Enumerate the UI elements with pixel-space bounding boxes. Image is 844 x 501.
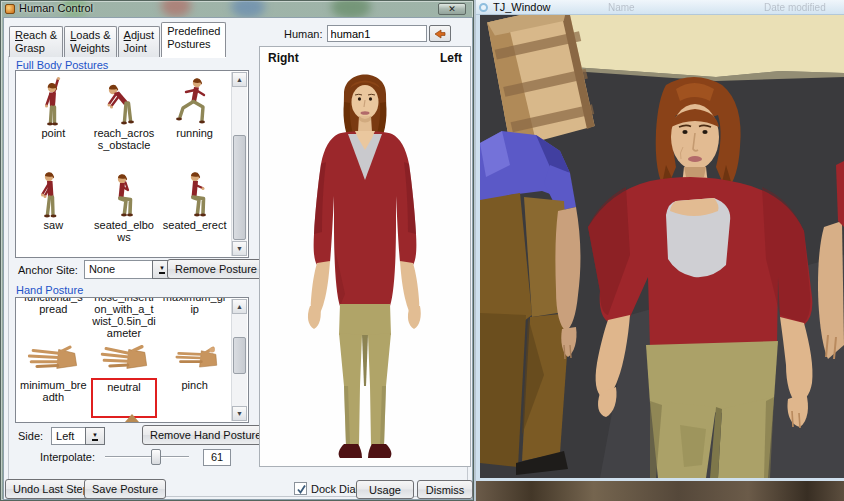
- titlebar-glass-reflection: [231, 1, 265, 17]
- hand-list-scrollbar: ▲ ▼: [231, 299, 247, 421]
- tj-window-icon: [479, 3, 488, 12]
- side-row: Side: Left ▼: [18, 427, 105, 445]
- tab-loads-and-weights[interactable]: Loads & Weights: [64, 26, 116, 57]
- side-dropdown-button[interactable]: ▼: [85, 427, 105, 445]
- tj-3d-viewport[interactable]: [476, 15, 844, 481]
- scroll-down-button[interactable]: ▼: [232, 406, 247, 421]
- hand-posture-clipped-row: functional_spread hose_insertion_with_a_…: [18, 298, 230, 338]
- posture-thumbnail-seated-erect: [167, 167, 223, 219]
- posture-preview-panel[interactable]: Right Left: [259, 46, 471, 467]
- anchor-site-dropdown[interactable]: None ▼: [84, 260, 172, 279]
- scroll-down-button[interactable]: ▼: [232, 241, 247, 256]
- hand-posture-thumbnails: [18, 338, 230, 378]
- posture-item-saw[interactable]: saw: [18, 165, 89, 257]
- window-title: Human Control: [19, 2, 93, 14]
- human-control-body: Reach & Grasp Loads & Weights Adjust Joi…: [3, 17, 473, 500]
- slider-groove: [105, 456, 189, 458]
- hand-thumbnail-minimum-breadth[interactable]: [18, 338, 89, 378]
- posture-item-seated-elbows[interactable]: seated_elbows: [89, 165, 160, 257]
- close-button[interactable]: ✕: [438, 3, 466, 15]
- tab-predefined-postures[interactable]: Predefined Postures: [161, 22, 226, 57]
- tj-window: TJ_Window Name Date modified: [476, 0, 844, 501]
- titlebar-glass-reflection: [161, 1, 191, 17]
- human-name-input[interactable]: [327, 25, 427, 42]
- usage-button[interactable]: Usage: [356, 480, 414, 499]
- dock-dialog-checkbox[interactable]: [294, 482, 307, 495]
- remove-hand-posture-button[interactable]: Remove Hand Posture: [142, 425, 269, 445]
- pick-human-arrow-icon: [434, 29, 446, 39]
- interpolate-row: Interpolate: 61: [40, 448, 231, 466]
- tj-scene: [480, 15, 844, 478]
- posture-item-seated-erect[interactable]: seated_erect: [159, 165, 230, 257]
- preview-human-figure: [260, 53, 470, 465]
- dropdown-arrow-icon: ▼: [92, 432, 98, 441]
- tab-reach-and-grasp[interactable]: Reach & Grasp: [9, 26, 63, 57]
- checkmark-icon: [296, 484, 307, 495]
- posture-item-reach-across-obstacle[interactable]: reach_across_obstacle: [89, 73, 160, 165]
- dropdown-arrow-icon: ▼: [159, 265, 165, 274]
- human-control-window-icon: [5, 4, 15, 14]
- scroll-up-button[interactable]: ▲: [232, 72, 247, 87]
- tj-window-titlebar[interactable]: TJ_Window Name Date modified: [476, 0, 844, 15]
- remove-posture-button[interactable]: Remove Posture: [167, 259, 265, 279]
- hand-thumbnail-neutral[interactable]: [89, 338, 160, 378]
- slider-thumb[interactable]: [151, 449, 161, 465]
- human-control-window: Human Control ✕ Reach & Grasp Loads & We…: [0, 0, 474, 501]
- posture-thumbnail-point: [25, 75, 81, 127]
- posture-thumbnail-running: [167, 75, 223, 127]
- interpolate-value[interactable]: 61: [203, 449, 231, 466]
- human-field-row: Human:: [284, 25, 451, 42]
- scrollbar-thumb[interactable]: [233, 337, 246, 374]
- side-dropdown[interactable]: Left ▼: [51, 427, 105, 445]
- hand-item-minimum-breadth[interactable]: minimum_breadth: [18, 378, 89, 420]
- hand-item-pinch[interactable]: pinch: [159, 378, 230, 420]
- full-body-posture-list: point reach_across_obstacle: [15, 70, 249, 258]
- interpolate-slider[interactable]: [105, 448, 189, 466]
- scrollbar-thumb[interactable]: [233, 135, 246, 240]
- save-posture-button[interactable]: Save Posture: [84, 479, 166, 499]
- human-control-titlebar[interactable]: Human Control ✕: [1, 1, 473, 17]
- ghost-background-text: Name: [608, 2, 635, 13]
- hand-item-functional-spread[interactable]: functional_spread: [18, 298, 89, 338]
- ghost-background-text: Date modified: [764, 2, 826, 13]
- background-desk-strip: [476, 481, 844, 501]
- hand-item-neutral-selected[interactable]: neutral: [91, 378, 158, 418]
- hand-thumbnail-fragment: [123, 414, 141, 422]
- hand-thumbnail-pinch[interactable]: [159, 338, 230, 378]
- anchor-site-label: Anchor Site:: [18, 264, 78, 276]
- scroll-up-button[interactable]: ▲: [232, 299, 247, 314]
- tab-adjust-joint[interactable]: Adjust Joint: [118, 26, 161, 57]
- hand-posture-list: functional_spread hose_insertion_with_a_…: [15, 297, 249, 423]
- full-body-posture-grid: point reach_across_obstacle: [18, 73, 230, 255]
- pick-human-button[interactable]: [429, 25, 451, 42]
- titlebar-glass-reflection: [331, 1, 371, 17]
- posture-item-point[interactable]: point: [18, 73, 89, 165]
- human-field-label: Human:: [284, 28, 323, 40]
- tab-strip: Reach & Grasp Loads & Weights Adjust Joi…: [9, 22, 227, 57]
- hand-item-maximum-grip[interactable]: maximum_grip: [159, 298, 230, 338]
- interpolate-label: Interpolate:: [40, 451, 95, 463]
- dismiss-button[interactable]: Dismiss: [417, 480, 473, 499]
- hand-item-hose-insertion[interactable]: hose_insertion_with_a_twist_0.5in_diamet…: [89, 298, 160, 338]
- posture-thumbnail-saw: [25, 167, 81, 219]
- full-body-list-scrollbar: ▲ ▼: [231, 72, 247, 256]
- side-label: Side:: [18, 430, 43, 442]
- posture-thumbnail-reach-across-obstacle: [96, 75, 152, 127]
- anchor-site-row: Anchor Site: None ▼: [18, 260, 172, 279]
- posture-item-running[interactable]: running: [159, 73, 230, 165]
- posture-thumbnail-seated-elbows: [96, 167, 152, 219]
- tj-window-title: TJ_Window: [493, 1, 550, 13]
- hand-posture-label: Hand Posture: [16, 284, 83, 296]
